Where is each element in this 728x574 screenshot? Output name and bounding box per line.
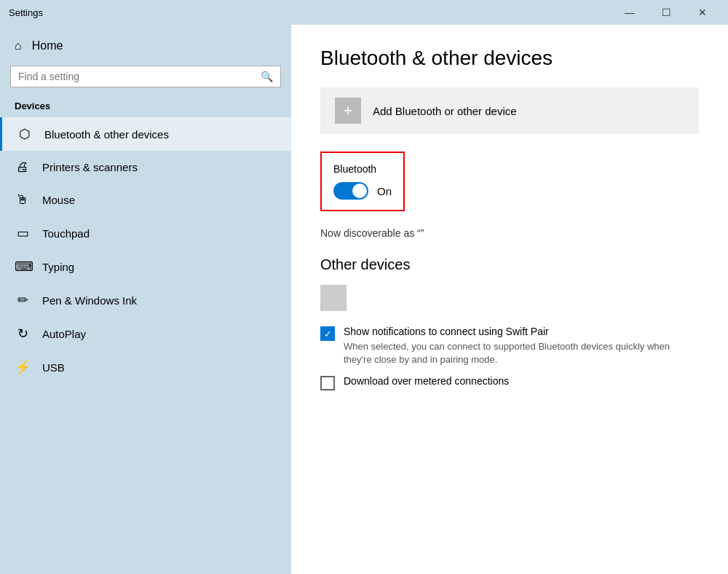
sidebar-item-label-pen: Pen & Windows Ink [42,294,137,307]
close-button[interactable]: ✕ [686,4,719,20]
sidebar-item-home[interactable]: ⌂ Home [0,32,291,60]
usb-icon: ⚡ [15,359,31,375]
sidebar-item-label-printers: Printers & scanners [42,161,138,173]
bluetooth-label: Bluetooth [333,163,392,175]
metered-checkbox[interactable] [320,376,335,390]
touchpad-icon: ▭ [15,225,31,241]
other-devices-heading: Other devices [320,256,699,273]
add-device-label: Add Bluetooth or other device [373,105,517,117]
bluetooth-toggle[interactable] [333,182,368,200]
sidebar-items-container: ⬡ Bluetooth & other devices 🖨 Printers &… [0,117,291,384]
swift-pair-row: Show notifications to connect using Swif… [320,326,699,366]
page-title: Bluetooth & other devices [320,47,699,70]
sidebar-item-printers[interactable]: 🖨 Printers & scanners [0,151,291,184]
minimize-button[interactable]: — [613,4,646,20]
sidebar-item-touchpad[interactable]: ▭ Touchpad [0,216,291,250]
sidebar-item-pen[interactable]: ✏ Pen & Windows Ink [0,283,291,317]
sidebar-item-label-touchpad: Touchpad [42,227,90,240]
add-icon: + [335,98,361,124]
home-label: Home [32,39,63,52]
sidebar-item-label-autoplay: AutoPlay [42,328,86,340]
sidebar-item-autoplay[interactable]: ↻ AutoPlay [0,317,291,350]
metered-content: Download over metered connections [344,375,699,390]
sidebar-item-usb[interactable]: ⚡ USB [0,350,291,384]
typing-icon: ⌨ [15,259,31,275]
bluetooth-toggle-row: On [333,182,392,200]
search-icon: 🔍 [261,71,273,82]
sidebar: ⌂ Home 🔍 Devices ⬡ Bluetooth & other dev… [0,25,291,574]
printers-icon: 🖨 [15,160,31,175]
content-area: Bluetooth & other devices + Add Bluetoot… [291,25,728,574]
sidebar-item-typing[interactable]: ⌨ Typing [0,250,291,283]
sidebar-item-label-usb: USB [42,361,65,374]
sidebar-item-label-bluetooth: Bluetooth & other devices [44,128,169,141]
swift-pair-label: Show notifications to connect using Swif… [344,326,699,337]
swift-pair-description: When selected, you can connect to suppor… [344,340,699,366]
sidebar-section-label: Devices [0,98,291,117]
bluetooth-toggle-state: On [377,185,392,197]
pen-icon: ✏ [15,292,31,308]
sidebar-item-label-mouse: Mouse [42,194,75,206]
app-title: Settings [9,7,43,18]
search-input[interactable] [18,71,255,82]
metered-label: Download over metered connections [344,375,699,387]
discoverable-text: Now discoverable as “” [320,227,699,239]
titlebar: Settings — ☐ ✕ [0,0,728,25]
home-icon: ⌂ [15,39,22,52]
sidebar-item-label-typing: Typing [42,261,74,273]
app-body: ⌂ Home 🔍 Devices ⬡ Bluetooth & other dev… [0,25,728,574]
autoplay-icon: ↻ [15,326,31,342]
metered-row: Download over metered connections [320,375,699,390]
search-box: 🔍 [10,66,281,87]
bluetooth-icon: ⬡ [17,126,33,142]
window-controls: — ☐ ✕ [613,4,719,20]
add-device-button[interactable]: + Add Bluetooth or other device [320,87,699,134]
sidebar-item-mouse[interactable]: 🖱 Mouse [0,184,291,216]
device-placeholder-icon [320,285,347,311]
bluetooth-section: Bluetooth On [320,152,405,211]
mouse-icon: 🖱 [15,192,31,208]
swift-pair-checkbox[interactable] [320,326,335,341]
sidebar-item-bluetooth[interactable]: ⬡ Bluetooth & other devices [0,117,291,151]
toggle-knob [352,184,367,198]
swift-pair-content: Show notifications to connect using Swif… [344,326,699,366]
maximize-button[interactable]: ☐ [649,4,683,20]
